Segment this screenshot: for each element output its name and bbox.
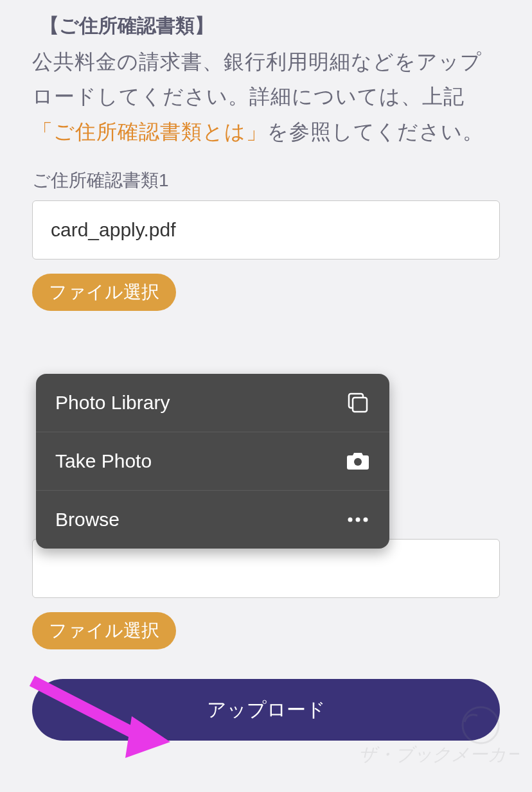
upload-button[interactable]: アップロード <box>32 679 500 741</box>
section-title: 【ご住所確認書類】 <box>40 13 500 39</box>
file-select-button-1[interactable]: ファイル選択 <box>32 274 176 311</box>
about-docs-link[interactable]: 「ご住所確認書類とは」 <box>32 120 267 143</box>
svg-point-4 <box>356 518 360 522</box>
browse-label: Browse <box>55 509 120 531</box>
browse-option[interactable]: Browse <box>36 491 389 549</box>
camera-icon <box>346 449 370 473</box>
photo-library-icon <box>346 391 370 415</box>
svg-point-3 <box>348 518 353 522</box>
svg-point-2 <box>354 458 362 466</box>
svg-point-5 <box>364 518 368 522</box>
file-select-button-2[interactable]: ファイル選択 <box>32 612 176 649</box>
description-text-2: を参照してください。 <box>267 120 484 143</box>
more-icon <box>346 507 370 532</box>
field-label-1: ご住所確認書類1 <box>32 168 500 193</box>
photo-library-label: Photo Library <box>55 392 170 414</box>
take-photo-option[interactable]: Take Photo <box>36 432 389 491</box>
file-source-popup: Photo Library Take Photo Browse <box>36 374 389 549</box>
photo-library-option[interactable]: Photo Library <box>36 374 389 432</box>
file-name-1: card_apply.pdf <box>51 219 176 241</box>
file-input-1[interactable]: card_apply.pdf <box>32 200 500 260</box>
section-description: 公共料金の請求書、銀行利用明細などをアップロードしてください。詳細については、上… <box>32 44 500 149</box>
take-photo-label: Take Photo <box>55 450 152 472</box>
description-text-1: 公共料金の請求書、銀行利用明細などをアップロードしてください。詳細については、上… <box>32 50 482 108</box>
svg-rect-1 <box>353 398 367 412</box>
